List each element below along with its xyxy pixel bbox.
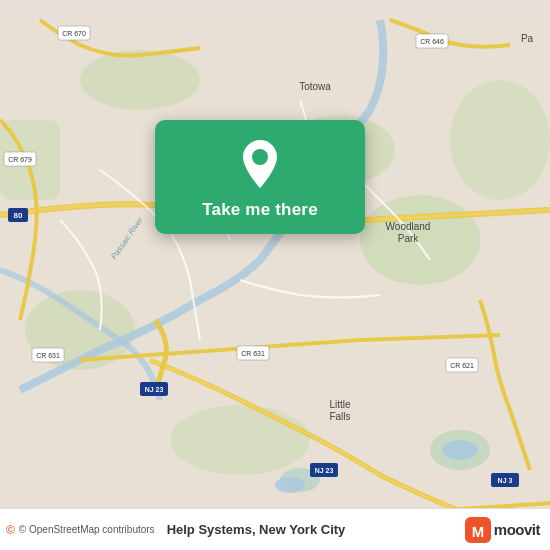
svg-text:Park: Park — [398, 233, 420, 244]
moovit-text: moovit — [494, 521, 540, 538]
svg-text:CR 631: CR 631 — [36, 352, 60, 359]
svg-text:80: 80 — [14, 211, 23, 220]
svg-text:CR 646: CR 646 — [420, 38, 444, 45]
svg-text:CR 631: CR 631 — [241, 350, 265, 357]
location-pin-icon — [234, 138, 286, 190]
bottom-left: © © OpenStreetMap contributors Help Syst… — [6, 522, 345, 537]
take-me-there-card[interactable]: Take me there — [155, 120, 365, 234]
svg-point-10 — [442, 440, 478, 460]
map-background: 80 CR 679 CR 670 CR 646 CR 6 NJ 23 NJ 23… — [0, 0, 550, 550]
bottom-title: Help Systems, New York City — [167, 522, 346, 537]
svg-text:Totowa: Totowa — [299, 81, 331, 92]
moovit-logo: M moovit — [465, 517, 540, 543]
svg-text:Pa: Pa — [521, 33, 534, 44]
svg-point-7 — [80, 50, 200, 110]
svg-text:NJ 23: NJ 23 — [315, 467, 334, 474]
osm-attribution: © OpenStreetMap contributors — [19, 524, 155, 535]
svg-point-1 — [360, 195, 480, 285]
svg-text:M: M — [472, 523, 484, 539]
svg-text:Falls: Falls — [329, 411, 350, 422]
svg-text:NJ 3: NJ 3 — [498, 477, 513, 484]
osm-logo: © — [6, 523, 15, 537]
svg-text:CR 621: CR 621 — [450, 362, 474, 369]
svg-text:CR 670: CR 670 — [62, 30, 86, 37]
svg-text:NJ 23: NJ 23 — [145, 386, 164, 393]
svg-point-6 — [450, 80, 550, 200]
map-container: 80 CR 679 CR 670 CR 646 CR 6 NJ 23 NJ 23… — [0, 0, 550, 550]
bottom-bar: © © OpenStreetMap contributors Help Syst… — [0, 508, 550, 550]
svg-point-3 — [170, 405, 310, 475]
svg-point-41 — [252, 149, 268, 165]
take-me-there-label: Take me there — [202, 200, 318, 220]
moovit-icon: M — [465, 517, 491, 543]
svg-text:Woodland: Woodland — [386, 221, 431, 232]
svg-point-11 — [275, 477, 305, 493]
svg-text:Little: Little — [329, 399, 351, 410]
svg-text:CR 679: CR 679 — [8, 156, 32, 163]
